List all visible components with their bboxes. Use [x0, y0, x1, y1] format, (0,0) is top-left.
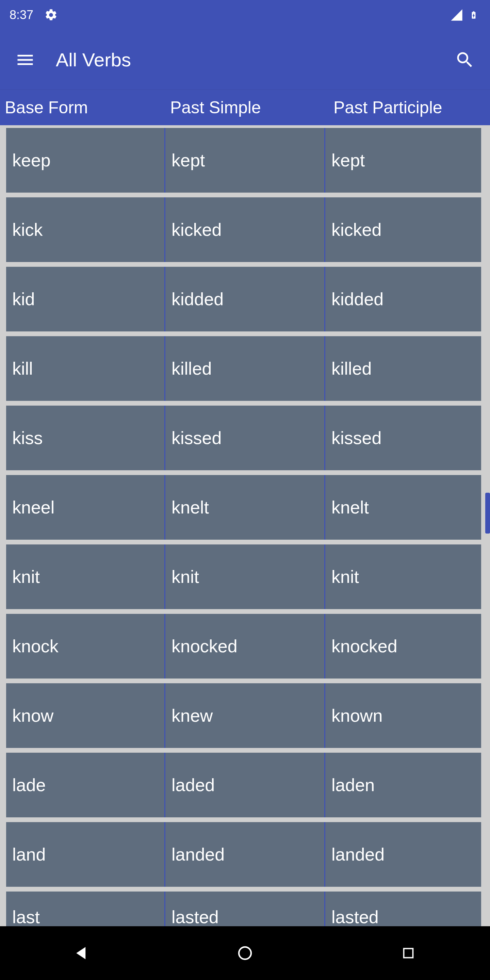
table-row[interactable]: kneelkneltknelt — [6, 475, 481, 540]
cell: knew — [165, 683, 325, 748]
scrollbar-thumb[interactable] — [485, 493, 490, 533]
column-header-participle: Past Participle — [329, 98, 490, 118]
cell: keep — [6, 128, 165, 192]
cell: kick — [6, 197, 165, 262]
cell: kid — [6, 267, 165, 331]
battery-charging-icon — [467, 8, 480, 22]
table-row[interactable]: keepkeptkept — [6, 128, 481, 192]
app-bar: All Verbs — [0, 30, 490, 89]
cell: kill — [6, 336, 165, 401]
cell: kneel — [6, 475, 165, 540]
table-row[interactable]: kisskissedkissed — [6, 406, 481, 470]
cell: laden — [325, 753, 481, 817]
cell: laded — [165, 753, 325, 817]
gear-icon — [44, 8, 58, 22]
cell: kept — [325, 128, 481, 192]
cell: landed — [165, 822, 325, 887]
column-header-base: Base Form — [0, 98, 165, 118]
cell: knelt — [165, 475, 325, 540]
column-header-past: Past Simple — [165, 98, 329, 118]
cell: knocked — [325, 614, 481, 679]
table-row[interactable]: kickkickedkicked — [6, 197, 481, 262]
back-icon[interactable] — [68, 940, 95, 967]
svg-rect-1 — [404, 949, 413, 958]
cell: lasted — [165, 891, 325, 926]
signal-icon — [450, 8, 463, 22]
cell: kept — [165, 128, 325, 192]
cell: kiss — [6, 406, 165, 470]
cell: kidded — [165, 267, 325, 331]
cell: kicked — [325, 197, 481, 262]
status-time: 8:37 — [10, 8, 33, 22]
cell: knelt — [325, 475, 481, 540]
search-icon[interactable] — [448, 43, 482, 77]
table-row[interactable]: killkilledkilled — [6, 336, 481, 401]
cell: lade — [6, 753, 165, 817]
table-row[interactable]: ladeladedladen — [6, 753, 481, 817]
cell: killed — [165, 336, 325, 401]
cell: know — [6, 683, 165, 748]
android-nav-bar — [0, 926, 490, 980]
table-row[interactable]: landlandedlanded — [6, 822, 481, 887]
table-row[interactable]: knowknewknown — [6, 683, 481, 748]
cell: kidded — [325, 267, 481, 331]
cell: known — [325, 683, 481, 748]
table-row[interactable]: knitknitknit — [6, 544, 481, 609]
cell: kissed — [325, 406, 481, 470]
menu-icon[interactable] — [8, 43, 42, 77]
recents-icon[interactable] — [395, 940, 422, 967]
app-title: All Verbs — [56, 49, 131, 71]
cell: knit — [325, 544, 481, 609]
cell: landed — [325, 822, 481, 887]
scrollbar-track[interactable] — [481, 125, 490, 926]
cell: knock — [6, 614, 165, 679]
cell: lasted — [325, 891, 481, 926]
table-row[interactable]: lastlastedlasted — [6, 891, 481, 926]
status-bar: 8:37 — [0, 0, 490, 30]
home-icon[interactable] — [231, 940, 259, 967]
column-headers: Base Form Past Simple Past Participle — [0, 89, 490, 125]
verb-table[interactable]: keepkeptkeptkickkickedkickedkidkiddedkid… — [0, 125, 490, 926]
cell: land — [6, 822, 165, 887]
cell: knit — [6, 544, 165, 609]
cell: knocked — [165, 614, 325, 679]
table-row[interactable]: kidkiddedkidded — [6, 267, 481, 331]
cell: killed — [325, 336, 481, 401]
cell: last — [6, 891, 165, 926]
cell: knit — [165, 544, 325, 609]
table-row[interactable]: knockknockedknocked — [6, 614, 481, 679]
svg-point-0 — [239, 947, 251, 959]
cell: kissed — [165, 406, 325, 470]
cell: kicked — [165, 197, 325, 262]
